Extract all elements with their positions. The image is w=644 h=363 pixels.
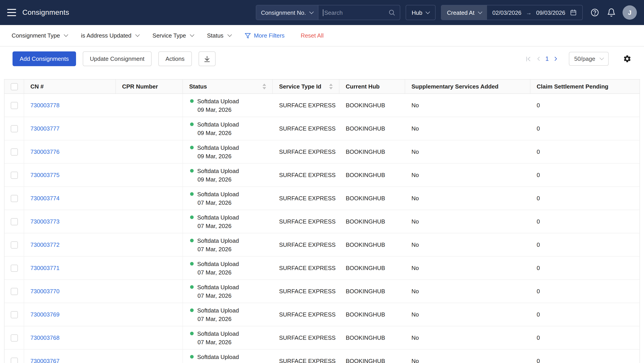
current-hub-cell: BOOKINGHUB <box>340 280 405 303</box>
status-label: Softdata Upload <box>197 143 239 152</box>
cn-link[interactable]: 730003774 <box>30 195 60 202</box>
filter-is-address-updated[interactable]: is Address Updated <box>81 32 139 39</box>
status-cell: Softdata Upload 07 Mar, 2026 <box>183 303 273 326</box>
cn-link[interactable]: 730003768 <box>30 334 60 341</box>
search-category-dropdown[interactable]: Consignment No. <box>256 5 318 20</box>
cn-link[interactable]: 730003769 <box>30 311 60 318</box>
claim-settlement-cell: 0 <box>530 280 640 303</box>
row-checkbox[interactable] <box>10 358 18 363</box>
cn-link[interactable]: 730003775 <box>30 172 60 178</box>
hub-dropdown[interactable]: Hub <box>406 5 436 20</box>
chevron-down-icon <box>600 56 604 60</box>
sort-icon[interactable] <box>259 84 266 89</box>
more-filters-button[interactable]: More Filters <box>244 32 284 39</box>
page-size-dropdown[interactable]: 50/page <box>569 52 609 66</box>
table-row: 730003773 Softdata Upload 07 Mar, 2026 S… <box>4 210 640 233</box>
supplementary-services-cell: No <box>405 117 530 140</box>
navbar-right: Consignment No. Search Hub Created At <box>256 5 637 20</box>
update-consignment-button[interactable]: Update Consignment <box>83 51 152 66</box>
date-range-picker[interactable]: 02/03/2026 → 09/03/2026 <box>487 5 582 20</box>
cn-link[interactable]: 730003778 <box>30 102 60 109</box>
status-label: Softdata Upload <box>197 236 239 245</box>
cn-link[interactable]: 730003770 <box>30 288 60 295</box>
table-row: 730003774 Softdata Upload 07 Mar, 2026 S… <box>4 187 640 210</box>
current-hub-cell: BOOKINGHUB <box>340 303 405 326</box>
cn-link[interactable]: 730003771 <box>30 265 60 271</box>
status-dot-icon <box>190 355 194 359</box>
cn-cell: 730003775 <box>24 164 116 186</box>
row-checkbox[interactable] <box>10 148 18 155</box>
table-row: 730003769 Softdata Upload 07 Mar, 2026 S… <box>4 303 640 326</box>
claim-settlement-cell: 0 <box>530 233 640 256</box>
column-header-status[interactable]: Status <box>183 80 273 93</box>
table-row: 730003768 Softdata Upload 07 Mar, 2026 S… <box>4 326 640 350</box>
date-from-value[interactable]: 02/03/2026 <box>492 9 522 16</box>
row-checkbox[interactable] <box>10 241 18 248</box>
filter-consignment-type[interactable]: Consignment Type <box>12 32 68 39</box>
cn-link[interactable]: 730003777 <box>30 125 60 132</box>
status-label: Softdata Upload <box>197 213 239 222</box>
download-button[interactable] <box>198 51 215 66</box>
next-page-button[interactable] <box>552 55 559 62</box>
search-input[interactable]: Search <box>318 5 400 20</box>
help-icon[interactable] <box>590 8 599 17</box>
status-cell: Softdata Upload 07 Mar, 2026 <box>183 280 273 303</box>
status-date: 09 Mar, 2026 <box>198 105 232 114</box>
cn-link[interactable]: 730003772 <box>30 241 60 248</box>
current-hub-cell: BOOKINGHUB <box>340 94 405 117</box>
page-title: Consignments <box>22 8 69 16</box>
first-page-button[interactable] <box>525 55 532 62</box>
reset-all-button[interactable]: Reset All <box>301 32 324 39</box>
notifications-bell-icon[interactable] <box>607 8 616 17</box>
claim-settlement-cell: 0 <box>530 326 640 349</box>
row-checkbox[interactable] <box>10 195 18 202</box>
add-consignments-button[interactable]: Add Consignments <box>12 51 76 66</box>
service-type-id-cell: SURFACE EXPRESS <box>273 94 340 117</box>
cn-cell: 730003774 <box>24 187 116 210</box>
supplementary-services-cell: No <box>405 326 530 349</box>
row-checkbox[interactable] <box>10 218 18 225</box>
cn-link[interactable]: 730003773 <box>30 218 60 225</box>
search-category-label: Consignment No. <box>261 9 306 16</box>
filter-status[interactable]: Status <box>207 32 231 39</box>
current-hub-cell: BOOKINGHUB <box>340 117 405 140</box>
status-date: 09 Mar, 2026 <box>198 175 232 184</box>
cn-link[interactable]: 730003776 <box>30 148 60 155</box>
chevron-down-icon <box>64 32 68 37</box>
cn-link[interactable]: 730003767 <box>30 358 60 363</box>
sort-icon[interactable] <box>326 84 333 89</box>
prev-page-button[interactable] <box>535 55 542 62</box>
select-all-checkbox[interactable] <box>10 83 18 90</box>
status-date: 07 Mar, 2026 <box>198 268 232 277</box>
cpr-number-cell <box>116 94 183 117</box>
row-checkbox[interactable] <box>10 311 18 318</box>
current-page-number[interactable]: 1 <box>546 55 549 62</box>
settings-gear-icon[interactable] <box>623 54 632 63</box>
column-header-service-type-id[interactable]: Service Type Id <box>273 80 340 93</box>
row-checkbox[interactable] <box>10 102 18 109</box>
cpr-number-cell <box>116 140 183 163</box>
row-checkbox[interactable] <box>10 125 18 132</box>
status-label: Softdata Upload <box>197 167 239 175</box>
status-cell: Softdata Upload 07 Mar, 2026 <box>183 233 273 256</box>
table-row: 730003770 Softdata Upload 07 Mar, 2026 S… <box>4 280 640 303</box>
row-checkbox[interactable] <box>10 334 18 341</box>
status-label: Softdata Upload <box>197 283 239 291</box>
status-dot-icon <box>190 192 194 196</box>
filter-service-type[interactable]: Service Type <box>152 32 194 39</box>
cn-cell: 730003772 <box>24 233 116 256</box>
search-icon[interactable] <box>388 9 395 16</box>
user-avatar[interactable]: J <box>622 5 637 20</box>
cn-cell: 730003769 <box>24 303 116 326</box>
actions-button[interactable]: Actions <box>158 51 192 66</box>
hamburger-menu-icon[interactable] <box>7 9 16 16</box>
cpr-number-cell <box>116 164 183 186</box>
calendar-icon[interactable] <box>570 9 577 16</box>
filter-label: Consignment Type <box>12 32 60 39</box>
created-at-dropdown[interactable]: Created At <box>442 5 487 20</box>
row-checkbox[interactable] <box>10 171 18 179</box>
row-checkbox[interactable] <box>10 264 18 272</box>
date-to-value[interactable]: 09/03/2026 <box>536 9 565 16</box>
claim-settlement-cell: 0 <box>530 164 640 186</box>
row-checkbox[interactable] <box>10 288 18 295</box>
